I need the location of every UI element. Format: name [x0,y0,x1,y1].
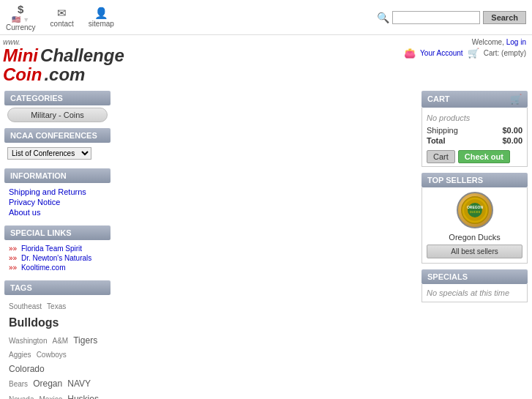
all-best-sellers-button[interactable]: All best sellers [427,245,522,258]
specials-header: SPECIALS [422,269,528,284]
your-account-link[interactable]: Your Account [420,49,463,57]
information-links: Shipping and Returns Privacy Notice Abou… [4,184,110,220]
search-button[interactable]: Search [483,11,526,24]
tag-texas[interactable]: Texas [47,302,66,310]
cart-button[interactable]: Cart [427,150,455,163]
contact-icon: ✉ [57,7,67,20]
svg-text:OREGON: OREGON [467,205,483,209]
tags-cloud: Southeast Texas Bulldogs Washington A&M … [4,297,110,399]
kooltime-link[interactable]: Kooltime.com [9,264,106,272]
cart-section: CART 🛒 No products Shipping $0.00 Total … [422,91,528,167]
cart-title: CART [427,94,450,103]
tag-colorado[interactable]: Colorado [9,364,45,374]
cart-total-value: $0.00 [502,136,522,145]
header-right: 🔍 Search [377,11,526,24]
logo-main: Mini Challenge [3,46,124,65]
ncaa-section: NCAA CONFERENCES List of Conferences [4,128,110,163]
privacy-notice-link[interactable]: Privacy Notice [9,198,106,206]
tag-oregan[interactable]: Oregan [33,379,62,389]
tag-huskies[interactable]: Huskies [67,394,99,399]
search-input[interactable] [392,11,480,24]
tags-header: TAGS [4,280,110,295]
tag-washington[interactable]: Washington [9,337,47,345]
search-box: 🔍 Search [377,11,526,24]
cart-shipping-value: $0.00 [502,126,522,135]
main-layout: CATEGORIES Military - Coins NCAA CONFERE… [0,88,532,399]
florida-team-spirit-link[interactable]: Florida Team Spirit [9,245,106,253]
specials-section: SPECIALS No specials at this time [422,269,528,302]
tag-southeast[interactable]: Southeast [9,302,42,310]
contact-block[interactable]: ✉ contact [50,7,74,28]
cart-buttons: Cart Check out [427,150,522,163]
tag-tigers[interactable]: Tigers [73,335,97,346]
sitemap-icon: 👤 [94,7,108,20]
cart-body: No products Shipping $0.00 Total $0.00 C… [422,108,528,167]
tag-navy[interactable]: NAVY [67,379,91,389]
logo[interactable]: www. Mini Challenge Coin .com [3,38,124,85]
cart-shipping-row: Shipping $0.00 [427,125,522,135]
tag-am[interactable]: A&M [53,337,69,345]
logo-area: www. Mini Challenge Coin .com Welcome, L… [0,35,532,88]
ncaa-select-wrap: List of Conferences [4,144,110,163]
cart-shipping-label: Shipping [427,126,458,135]
categories-section: CATEGORIES Military - Coins [4,91,110,122]
svg-text:DUCKS: DUCKS [469,210,480,214]
currency-block[interactable]: $ 🇺🇸 ▼ Currency [6,3,36,31]
tags-section: TAGS Southeast Texas Bulldogs Washington… [4,280,110,399]
logo-challenge: Challenge [40,45,124,65]
sitemap-label: sitemap [89,20,114,28]
dr-newton-link[interactable]: Dr. Newton's Naturals [9,254,106,262]
ncaa-conferences-select[interactable]: List of Conferences [7,147,91,160]
cart-icon: 🛒 [468,48,479,59]
information-header: INFORMATION [4,168,110,183]
cart-no-products: No products [427,111,522,125]
about-us-link[interactable]: About us [9,208,106,217]
tag-nevada[interactable]: Nevada [9,395,34,399]
currency-icon: $ [18,3,23,15]
login-link[interactable]: Log in [506,38,526,46]
product-thumbnail: OREGON DUCKS [457,192,493,228]
right-sidebar: CART 🛒 No products Shipping $0.00 Total … [422,91,528,399]
ncaa-header: NCAA CONFERENCES [4,128,110,143]
account-area: Welcome, Log in 👛 Your Account 🛒 Cart: (… [404,38,526,59]
logo-bottom: Coin .com [3,65,124,84]
product-name: Oregon Ducks [427,233,522,242]
header-left: $ 🇺🇸 ▼ Currency ✉ contact 👤 sitemap [6,3,114,31]
search-icon: 🔍 [377,12,389,23]
categories-header: CATEGORIES [4,91,110,105]
tag-bulldogs[interactable]: Bulldogs [9,316,59,329]
specials-body: No specials at this time [422,284,528,302]
top-sellers-section: TOP SELLERS OREGON DUCKS [422,173,528,264]
military-coins-btn[interactable]: Military - Coins [7,108,108,122]
left-sidebar: CATEGORIES Military - Coins NCAA CONFERE… [4,91,110,399]
currency-label: Currency [6,23,36,31]
tag-bears[interactable]: Bears [9,380,28,388]
shipping-returns-link[interactable]: Shipping and Returns [9,187,106,196]
account-icon: 👛 [404,48,416,59]
tag-cowboys[interactable]: Cowboys [37,351,67,359]
top-sellers-header: TOP SELLERS [422,173,528,187]
cart-header-icon: 🛒 [510,94,522,105]
top-sellers-title: TOP SELLERS [427,176,483,184]
product-thumbnail-wrap[interactable]: OREGON DUCKS [427,192,522,230]
logo-dotcom: .com [44,64,85,84]
logo-mini: Mini [3,45,38,65]
main-content [110,91,422,399]
welcome-text: Welcome, Log in [404,38,526,46]
product-thumb-inner: OREGON DUCKS [458,193,492,227]
special-links-content: Florida Team Spirit Dr. Newton's Natural… [4,242,110,275]
information-section: INFORMATION Shipping and Returns Privacy… [4,168,110,220]
cart-header: CART 🛒 [422,91,528,108]
checkout-button[interactable]: Check out [458,150,510,163]
logo-coin: Coin [3,64,42,84]
cart-total-label: Total [427,136,445,145]
tag-aggies[interactable]: Aggies [9,351,31,359]
sitemap-block[interactable]: 👤 sitemap [89,7,114,28]
tag-mexico[interactable]: Mexico [40,395,63,399]
specials-title: SPECIALS [427,272,468,281]
top-sellers-body: OREGON DUCKS Oregon Ducks All best selle… [422,187,528,264]
contact-label: contact [50,20,74,28]
special-links-section: SPECIAL LINKS Florida Team Spirit Dr. Ne… [4,225,110,275]
special-links-header: SPECIAL LINKS [4,225,110,240]
currency-flag: 🇺🇸 ▼ [12,15,29,23]
